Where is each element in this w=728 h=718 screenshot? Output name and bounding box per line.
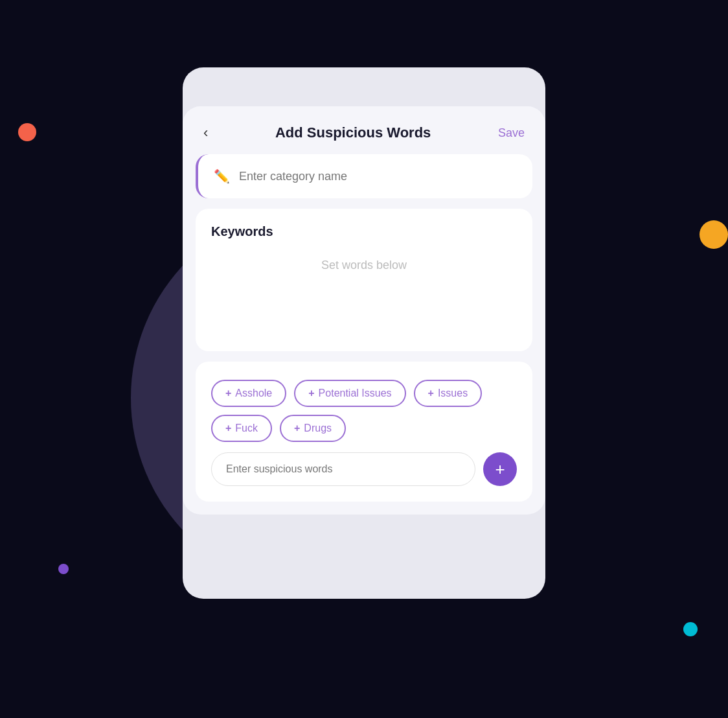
tag-issues-label: Issues: [438, 388, 468, 399]
plus-icon: +: [495, 459, 505, 480]
input-row: +: [211, 452, 517, 486]
tag-plus-icon: +: [428, 388, 434, 399]
keywords-placeholder: Set words below: [211, 259, 517, 272]
tag-plus-icon: +: [294, 423, 300, 434]
phone-wrapper: ‹ Add Suspicious Words Save ✏️ Keywords …: [163, 67, 565, 651]
tag-issues[interactable]: + Issues: [414, 380, 483, 407]
keywords-title: Keywords: [211, 224, 517, 239]
dot-yellow: [700, 220, 728, 249]
tag-fuck-label: Fuck: [235, 423, 258, 434]
tag-potential-issues-label: Potential Issues: [319, 388, 392, 399]
dot-orange: [18, 123, 36, 141]
tag-plus-icon: +: [225, 388, 231, 399]
tag-fuck[interactable]: + Fuck: [211, 415, 272, 442]
category-name-input[interactable]: [239, 170, 517, 183]
tag-asshole-label: Asshole: [235, 388, 272, 399]
tag-drugs[interactable]: + Drugs: [280, 415, 346, 442]
header: ‹ Add Suspicious Words Save: [183, 106, 545, 154]
tag-asshole[interactable]: + Asshole: [211, 380, 286, 407]
suspicious-words-input[interactable]: [211, 452, 475, 486]
tags-row: + Asshole + Potential Issues + Issues + …: [211, 380, 517, 442]
category-section: ✏️: [196, 154, 532, 198]
back-button[interactable]: ‹: [203, 124, 208, 141]
tag-drugs-label: Drugs: [304, 423, 332, 434]
dot-purple: [58, 564, 69, 574]
save-button[interactable]: Save: [498, 126, 525, 140]
add-word-button[interactable]: +: [483, 452, 517, 486]
edit-icon: ✏️: [214, 168, 230, 184]
tag-plus-icon: +: [308, 388, 314, 399]
page-title: Add Suspicious Words: [275, 124, 431, 141]
dot-teal: [683, 622, 698, 636]
main-card: ‹ Add Suspicious Words Save ✏️ Keywords …: [183, 106, 545, 515]
tag-plus-icon: +: [225, 423, 231, 434]
keywords-section: Keywords Set words below: [196, 209, 532, 351]
tag-potential-issues[interactable]: + Potential Issues: [294, 380, 405, 407]
bottom-panel: + Asshole + Potential Issues + Issues + …: [196, 362, 532, 502]
